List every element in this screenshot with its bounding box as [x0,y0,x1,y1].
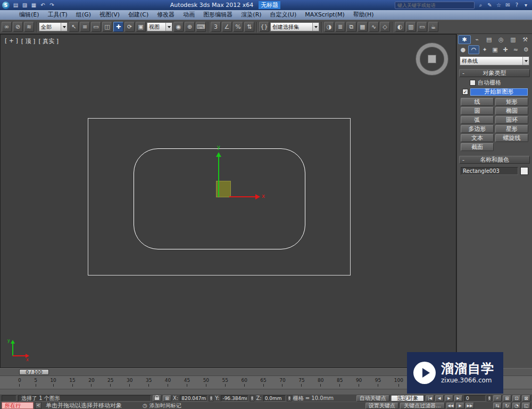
select-by-name-icon[interactable]: ≡ [80,22,90,32]
graphite-ribbon-icon[interactable]: ▦ [358,22,368,32]
set-key-button[interactable]: 设置关键点 [365,403,398,409]
schematic-view-icon[interactable]: ◇ [380,22,390,32]
menu-item[interactable]: 动画 [179,10,199,20]
shape-button[interactable]: 星形 [495,125,528,133]
category-space-warps[interactable]: ≈ [511,45,520,54]
tab-create[interactable]: ✱ [458,35,471,44]
y-coord-input[interactable] [221,395,248,402]
select-and-manipulate-icon[interactable]: ⊕ [185,22,195,32]
category-systems[interactable]: ⚙ [521,45,531,54]
menu-item[interactable]: MAXScript(M) [301,10,349,20]
mirror-icon[interactable]: ◑ [324,22,334,32]
x-spinner[interactable] [209,395,213,402]
menu-item[interactable]: 帮助(H) [349,10,378,20]
y-spinner[interactable] [250,395,254,402]
autogrid-checkbox[interactable] [470,80,476,86]
tab-motion[interactable]: ◎ [495,35,507,44]
top-viewport[interactable]: [ + ] [ 顶 ] [ 真实 ] y x y x [0,34,456,368]
menu-item[interactable]: 组(G) [72,10,95,20]
previous-key-icon[interactable]: ◀◀ [446,403,455,409]
select-and-move-icon[interactable]: ✚ [113,22,123,32]
key-filters-button[interactable]: 关键点过滤器... [400,403,445,409]
select-and-link-icon[interactable]: ∞ [2,22,12,32]
absolute-mode-icon[interactable]: ⊞ [163,395,171,402]
current-frame-input[interactable] [464,395,486,402]
zoom-all-icon[interactable]: ⊞ [503,395,511,402]
app-logo-icon[interactable]: S [2,2,10,9]
select-and-scale-icon[interactable]: ▣ [136,22,146,32]
viewport-menu-shading[interactable]: [ 真实 ] [38,37,59,45]
shape-button[interactable]: 弧 [461,116,494,124]
auto-key-button[interactable]: 自动关键点 [356,395,389,402]
tab-display[interactable]: ▥ [508,35,519,44]
window-crossing-icon[interactable]: ◫ [102,22,112,32]
field-of-view-icon[interactable]: ◔ [512,403,521,409]
spinner-snap-icon[interactable]: ⇅ [244,22,254,32]
category-shapes[interactable]: ◠ [468,45,479,54]
angle-snap-icon[interactable]: ∠ [222,22,232,32]
shape-button[interactable]: 圆环 [495,116,528,124]
frame-spinner[interactable] [487,395,492,402]
named-selection-sets-icon[interactable]: {} [259,22,269,32]
mail-icon[interactable]: ✉ [504,1,512,9]
shape-button[interactable]: 矩形 [495,98,528,106]
shape-button[interactable]: 椭圆 [495,107,528,115]
menu-item[interactable]: 图形编辑器 [199,10,237,20]
chevron-down-icon[interactable]: ▾ [522,1,530,9]
viewport-menu-general[interactable]: [ + ] [5,37,18,45]
redo-icon[interactable]: ↷ [48,1,56,9]
curve-editor-icon[interactable]: ∿ [369,22,379,32]
menu-item[interactable]: 修改器 [153,10,179,20]
add-time-tag[interactable]: ◷ 添加时间标记 [143,402,181,409]
tab-hierarchy[interactable]: ▤ [483,35,495,44]
menu-item[interactable]: 自定义(U) [266,10,301,20]
object-name-input[interactable] [461,167,518,175]
shape-button[interactable]: 截面 [461,143,494,151]
shape-button[interactable]: 多边形 [461,125,494,133]
pencil-icon[interactable]: ✎ [486,1,494,9]
named-selection-set-dropdown[interactable]: 创建选择集 [270,22,319,31]
maximize-viewport-icon[interactable]: ◱ [522,403,530,409]
maxscript-mini-listener[interactable]: 所在行 [2,402,34,409]
shape-button[interactable]: 文本 [461,134,494,142]
snap-toggle-3d-icon[interactable]: 3 [211,22,221,32]
search-icon[interactable]: ⌕ [477,1,485,9]
viewcube-face[interactable] [428,55,436,63]
search-input[interactable] [395,2,475,9]
pan-icon[interactable]: ⇆ [493,403,502,409]
new-file-icon[interactable]: ▤ [12,1,20,9]
star-icon[interactable]: ☆ [495,1,503,9]
gizmo-x-axis[interactable] [229,196,255,197]
menu-item[interactable]: 视图(V) [95,10,124,20]
gizmo-y-axis[interactable] [218,157,219,197]
viewcube[interactable] [416,43,448,75]
bind-to-space-warp-icon[interactable]: ≋ [24,22,34,32]
menu-item[interactable]: 渲染(R) [237,10,265,20]
maxscript-listener-top[interactable] [2,395,16,402]
start-new-shape-button[interactable]: 开始新图形 [470,88,528,96]
name-color-rollout-header[interactable]: - 名称和颜色 [459,156,530,164]
object-color-swatch[interactable] [520,167,528,175]
object-type-rollout-header[interactable]: - 对象类型 [459,69,530,77]
shape-button[interactable]: 圆 [461,107,494,115]
previous-frame-icon[interactable]: ◀ [435,395,444,402]
listener-scroll-left[interactable]: < [35,402,41,409]
zoom-icon[interactable]: ⌕ [493,395,502,402]
go-to-start-icon[interactable]: |◀ [426,395,434,402]
selection-filter-dropdown[interactable]: 全部 [39,22,68,31]
layer-manager-icon[interactable]: ⧉ [346,22,356,32]
play-selected-icon[interactable]: ▶ [456,403,464,409]
x-coord-input[interactable] [180,395,207,402]
help-icon[interactable]: ? [513,1,521,9]
viewport-menu-view[interactable]: [ 顶 ] [21,37,36,45]
align-icon[interactable]: ≣ [335,22,345,32]
z-spinner[interactable] [287,395,292,402]
spline-type-dropdown[interactable]: 样条线 [460,56,529,65]
open-file-icon[interactable]: ▨ [21,1,29,9]
orbit-icon[interactable]: ↻ [503,403,511,409]
zoom-extents-icon[interactable]: ⊡ [512,395,521,402]
use-pivot-center-icon[interactable]: ◉ [173,22,184,32]
reference-coordinate-dropdown[interactable]: 视图 [147,22,172,31]
selection-lock-icon[interactable] [153,395,161,402]
save-file-icon[interactable]: ▦ [30,1,38,9]
